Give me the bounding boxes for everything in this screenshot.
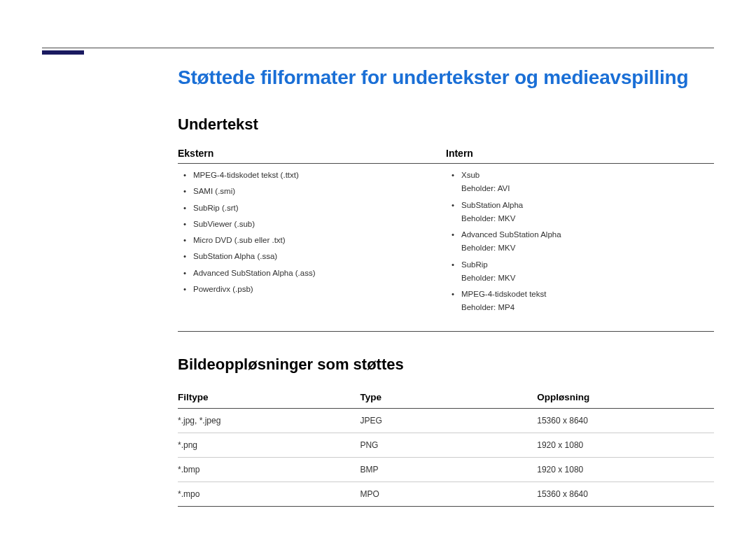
- cell-resolution: 15360 x 8640: [537, 408, 714, 433]
- section-marker-bar: [42, 50, 84, 55]
- list-item-label: SubStation Alpha (.ssa): [193, 252, 277, 260]
- cell-type: PNG: [360, 433, 537, 457]
- section-heading-subtitles: Undertekst: [178, 115, 714, 134]
- list-item: Powerdivx (.psb): [193, 283, 446, 295]
- top-horizontal-rule: [42, 48, 714, 48]
- external-header: Ekstern: [178, 148, 446, 163]
- list-item: MPEG-4-tidskodet tekst Beholder: MP4: [461, 288, 714, 314]
- list-item: SAMI (.smi): [193, 185, 446, 197]
- list-item-label: SubViewer (.sub): [193, 220, 255, 228]
- list-item: SubStation Alpha (.ssa): [193, 251, 446, 262]
- cell-type: MPO: [360, 482, 537, 506]
- cell-filetype: *.bmp: [178, 457, 360, 482]
- list-item-container: Beholder: MKV: [461, 213, 714, 225]
- document-page: Støttede filformater for undertekster og…: [0, 0, 756, 534]
- list-item-label: SubRip: [461, 260, 488, 269]
- internal-header-rule: [446, 163, 714, 164]
- cell-filetype: *.jpg, *.jpeg: [178, 408, 360, 433]
- section-heading-resolutions: Bildeoppløsninger som støttes: [178, 356, 714, 374]
- list-item-container: Beholder: MP4: [461, 302, 714, 314]
- table-header-row: Filtype Type Oppløsning: [178, 388, 714, 409]
- list-item: SubRip (.srt): [193, 202, 446, 214]
- internal-column: Intern Xsub Beholder: AVI SubStation Alp…: [446, 148, 714, 318]
- th-resolution: Oppløsning: [537, 388, 714, 409]
- list-item-label: SAMI (.smi): [193, 187, 235, 195]
- list-item: SubViewer (.sub): [193, 218, 446, 230]
- list-item-container: Beholder: MKV: [461, 242, 714, 254]
- table-row: *.jpg, *.jpeg JPEG 15360 x 8640: [178, 408, 714, 433]
- table-row: *.bmp BMP 1920 x 1080: [178, 457, 714, 482]
- list-item-label: SubStation Alpha: [461, 201, 523, 209]
- table-row: *.mpo MPO 15360 x 8640: [178, 482, 714, 506]
- list-item-label: SubRip (.srt): [193, 204, 239, 212]
- list-item-label: Micro DVD (.sub eller .txt): [193, 236, 286, 244]
- external-list: MPEG-4-tidskodet tekst (.ttxt) SAMI (.sm…: [178, 169, 446, 295]
- list-item-label: Advanced SubStation Alpha: [461, 230, 561, 239]
- internal-header: Intern: [446, 148, 714, 163]
- list-item-label: MPEG-4-tidskodet tekst (.ttxt): [193, 171, 299, 179]
- page-title: Støttede filformater for undertekster og…: [178, 66, 714, 89]
- list-item: Xsub Beholder: AVI: [461, 169, 714, 195]
- content-area: Støttede filformater for undertekster og…: [178, 66, 714, 507]
- cell-type: JPEG: [360, 408, 537, 433]
- list-item: Advanced SubStation Alpha (.ass): [193, 267, 446, 279]
- cell-filetype: *.mpo: [178, 482, 360, 506]
- th-type: Type: [360, 388, 537, 409]
- list-item: MPEG-4-tidskodet tekst (.ttxt): [193, 169, 446, 181]
- cell-resolution: 1920 x 1080: [537, 457, 714, 482]
- external-column: Ekstern MPEG-4-tidskodet tekst (.ttxt) S…: [178, 148, 446, 318]
- subtitle-columns: Ekstern MPEG-4-tidskodet tekst (.ttxt) S…: [178, 148, 714, 318]
- resolution-table: Filtype Type Oppløsning *.jpg, *.jpeg JP…: [178, 388, 714, 507]
- external-header-rule: [178, 163, 446, 164]
- cell-resolution: 1920 x 1080: [537, 433, 714, 457]
- list-item-container: Beholder: AVI: [461, 183, 714, 195]
- cell-type: BMP: [360, 457, 537, 482]
- list-item: Micro DVD (.sub eller .txt): [193, 234, 446, 246]
- internal-list: Xsub Beholder: AVI SubStation Alpha Beho…: [446, 169, 714, 314]
- section-end-rule: [178, 331, 714, 332]
- list-item-label: Powerdivx (.psb): [193, 285, 253, 293]
- list-item: Advanced SubStation Alpha Beholder: MKV: [461, 229, 714, 255]
- list-item: SubStation Alpha Beholder: MKV: [461, 199, 714, 225]
- cell-filetype: *.png: [178, 433, 360, 457]
- list-item: SubRip Beholder: MKV: [461, 259, 714, 285]
- list-item-label: MPEG-4-tidskodet tekst: [461, 290, 546, 298]
- table-row: *.png PNG 1920 x 1080: [178, 433, 714, 457]
- list-item-label: Xsub: [461, 171, 479, 179]
- th-filetype: Filtype: [178, 388, 360, 409]
- list-item-label: Advanced SubStation Alpha (.ass): [193, 269, 316, 277]
- cell-resolution: 15360 x 8640: [537, 482, 714, 506]
- list-item-container: Beholder: MKV: [461, 272, 714, 284]
